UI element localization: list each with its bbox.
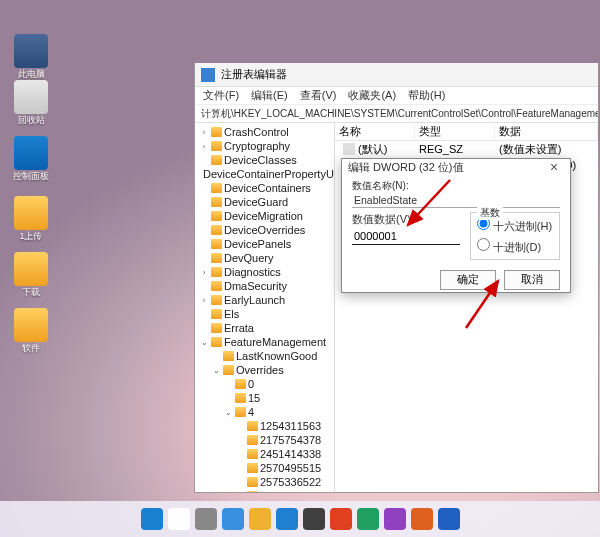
- folder-icon: [247, 449, 258, 459]
- tree-toggle-icon[interactable]: ⌄: [223, 408, 233, 417]
- tree-pane[interactable]: ›CrashControl›CryptographyDeviceClassesD…: [195, 123, 335, 492]
- tree-label: Overrides: [236, 364, 284, 376]
- folder-icon: [14, 252, 48, 286]
- tree-toggle-icon[interactable]: ›: [199, 268, 209, 277]
- tree-label: DeviceOverrides: [224, 224, 305, 236]
- menu-view[interactable]: 查看(V): [300, 88, 337, 103]
- tree-label: 0: [248, 378, 254, 390]
- tree-node-LastKnownGood[interactable]: LastKnownGood: [195, 349, 334, 363]
- tree-node-0[interactable]: 0: [195, 377, 334, 391]
- desktop-icon-recycle-bin[interactable]: 回收站: [10, 80, 52, 126]
- tree-node-15[interactable]: 15: [195, 391, 334, 405]
- tree-label: 15: [248, 392, 260, 404]
- taskbar-widgets-icon[interactable]: [222, 508, 244, 530]
- tree-node-Cryptography[interactable]: ›Cryptography: [195, 139, 334, 153]
- cancel-button[interactable]: 取消: [504, 270, 560, 290]
- tree-label: FeatureManagement: [224, 336, 326, 348]
- tree-label: 2451414338: [260, 448, 321, 460]
- address-bar[interactable]: 计算机\HKEY_LOCAL_MACHINE\SYSTEM\CurrentCon…: [195, 105, 598, 123]
- desktop-icon-control-panel[interactable]: 控制面板: [10, 136, 52, 182]
- tree-node-DevicePanels[interactable]: DevicePanels: [195, 237, 334, 251]
- tree-node-4[interactable]: ⌄4: [195, 405, 334, 419]
- desktop-icon-label: 下载: [10, 288, 52, 298]
- folder-icon: [211, 267, 222, 277]
- folder-icon: [235, 393, 246, 403]
- folder-icon: [211, 309, 222, 319]
- folder-icon: [235, 407, 246, 417]
- taskbar-browser-icon[interactable]: [330, 508, 352, 530]
- taskbar-search-icon[interactable]: [168, 508, 190, 530]
- tree-node-DeviceGuard[interactable]: DeviceGuard: [195, 195, 334, 209]
- tree-node-2575336522[interactable]: 2575336522: [195, 475, 334, 489]
- dialog-close-button[interactable]: ×: [544, 159, 564, 175]
- taskbar-task-view-icon[interactable]: [195, 508, 217, 530]
- tree-node-DeviceOverrides[interactable]: DeviceOverrides: [195, 223, 334, 237]
- tree-label: 2789966367: [260, 490, 321, 492]
- col-data[interactable]: 数据: [495, 124, 598, 139]
- tree-label: DeviceGuard: [224, 196, 288, 208]
- tree-node-DevQuery[interactable]: DevQuery: [195, 251, 334, 265]
- desktop-icon-folder-download[interactable]: 下载: [10, 252, 52, 298]
- value-data-input[interactable]: [352, 227, 460, 245]
- tree-label: DevicePanels: [224, 238, 291, 250]
- taskbar-start-icon[interactable]: [141, 508, 163, 530]
- folder-icon: [247, 477, 258, 487]
- tree-label: DeviceContainerPropertyUpda: [203, 168, 335, 180]
- menu-help[interactable]: 帮助(H): [408, 88, 445, 103]
- tree-toggle-icon[interactable]: ›: [199, 142, 209, 151]
- tree-node-2451414338[interactable]: 2451414338: [195, 447, 334, 461]
- value-icon: [343, 143, 355, 155]
- col-name[interactable]: 名称: [335, 124, 415, 139]
- taskbar[interactable]: [0, 501, 600, 537]
- tree-toggle-icon[interactable]: ›: [199, 296, 209, 305]
- tree-node-Diagnostics[interactable]: ›Diagnostics: [195, 265, 334, 279]
- tree-node-2175754378[interactable]: 2175754378: [195, 433, 334, 447]
- tree-node-DeviceContainers[interactable]: DeviceContainers: [195, 181, 334, 195]
- tree-node-2789966367[interactable]: 2789966367: [195, 489, 334, 492]
- tree-node-2570495515[interactable]: 2570495515: [195, 461, 334, 475]
- col-type[interactable]: 类型: [415, 124, 495, 139]
- menu-favorites[interactable]: 收藏夹(A): [348, 88, 396, 103]
- tree-node-CrashControl[interactable]: ›CrashControl: [195, 125, 334, 139]
- tree-node-DeviceContainerPropertyUpda[interactable]: DeviceContainerPropertyUpda: [195, 167, 334, 181]
- title-bar[interactable]: 注册表编辑器: [195, 63, 598, 87]
- tree-label: DeviceMigration: [224, 210, 303, 222]
- tree-node-DeviceMigration[interactable]: DeviceMigration: [195, 209, 334, 223]
- tree-label: CrashControl: [224, 126, 289, 138]
- menu-file[interactable]: 文件(F): [203, 88, 239, 103]
- desktop-icon-this-pc[interactable]: 此电脑: [10, 34, 52, 80]
- folder-icon: [211, 337, 222, 347]
- desktop-icon-label: 软件: [10, 344, 52, 354]
- taskbar-store-icon[interactable]: [303, 508, 325, 530]
- taskbar-app2-icon[interactable]: [384, 508, 406, 530]
- dialog-title-bar[interactable]: 编辑 DWORD (32 位)值 ×: [342, 159, 570, 175]
- menu-edit[interactable]: 编辑(E): [251, 88, 288, 103]
- taskbar-app1-icon[interactable]: [357, 508, 379, 530]
- tree-toggle-icon[interactable]: ⌄: [211, 366, 221, 375]
- tree-node-1254311563[interactable]: 1254311563: [195, 419, 334, 433]
- tree-node-Overrides[interactable]: ⌄Overrides: [195, 363, 334, 377]
- folder-icon: [211, 323, 222, 333]
- tree-node-Els[interactable]: Els: [195, 307, 334, 321]
- tree-node-DmaSecurity[interactable]: DmaSecurity: [195, 279, 334, 293]
- value-row[interactable]: (默认)REG_SZ(数值未设置): [335, 141, 598, 157]
- taskbar-explorer-icon[interactable]: [249, 508, 271, 530]
- desktop-icon-folder-upload[interactable]: 1上传: [10, 196, 52, 242]
- folder-icon: [211, 127, 222, 137]
- taskbar-music-icon[interactable]: [411, 508, 433, 530]
- tree-node-Errata[interactable]: Errata: [195, 321, 334, 335]
- tree-node-FeatureManagement[interactable]: ⌄FeatureManagement: [195, 335, 334, 349]
- tree-label: Cryptography: [224, 140, 290, 152]
- ok-button[interactable]: 确定: [440, 270, 496, 290]
- desktop-icon-folder-software[interactable]: 软件: [10, 308, 52, 354]
- folder-icon: [223, 351, 234, 361]
- taskbar-edge-icon[interactable]: [276, 508, 298, 530]
- tree-toggle-icon[interactable]: ⌄: [199, 338, 209, 347]
- tree-toggle-icon[interactable]: ›: [199, 128, 209, 137]
- tree-node-DeviceClasses[interactable]: DeviceClasses: [195, 153, 334, 167]
- tree-node-EarlyLaunch[interactable]: ›EarlyLaunch: [195, 293, 334, 307]
- taskbar-app3-icon[interactable]: [438, 508, 460, 530]
- tree-label: LastKnownGood: [236, 350, 317, 362]
- folder-icon: [247, 421, 258, 431]
- radio-dec[interactable]: 十进制(D): [477, 238, 553, 255]
